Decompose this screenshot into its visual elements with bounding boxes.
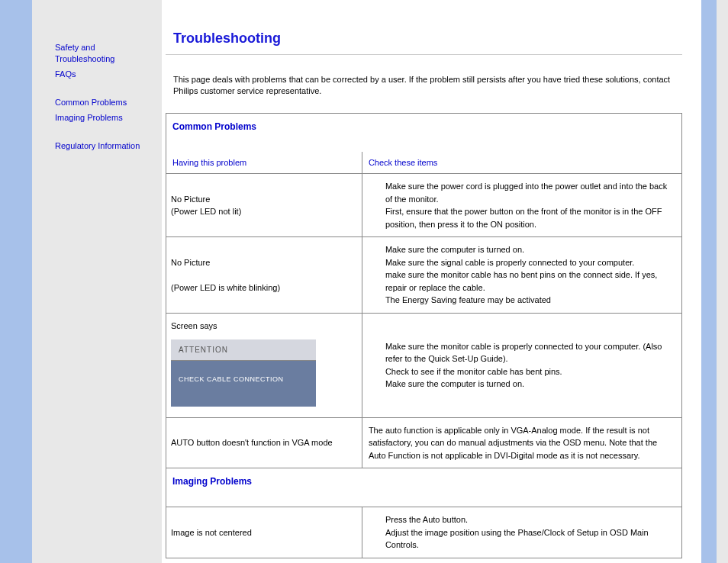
check-text: First, ensure that the power button on t… bbox=[385, 207, 662, 229]
table-row: Image is not centered Press the Auto but… bbox=[166, 507, 682, 558]
check-text: Adjust the image position using the Phas… bbox=[385, 528, 649, 550]
check-cell: The auto function is applicable only in … bbox=[362, 417, 681, 468]
right-accent-bar bbox=[701, 0, 717, 563]
problem-cell: No Picture (Power LED is white blinking) bbox=[166, 237, 362, 314]
table-row: AUTO button doesn't function in VGA mode… bbox=[166, 417, 682, 468]
check-text: Make sure the computer is turned on. bbox=[385, 245, 524, 254]
intro-text: This page deals with problems that can b… bbox=[173, 74, 682, 98]
check-text: Make sure the computer is turned on. bbox=[385, 379, 524, 388]
check-cell: Make sure the monitor cable is properly … bbox=[362, 313, 681, 417]
check-text: Make sure the power cord is plugged into… bbox=[385, 182, 667, 204]
check-cell: Press the Auto button. Adjust the image … bbox=[362, 507, 681, 558]
table-row: Screen says ATTENTION CHECK CABLE CONNEC… bbox=[166, 313, 682, 417]
section-header-imaging: Imaging Problems bbox=[166, 468, 682, 507]
problem-text: Screen says bbox=[171, 321, 217, 330]
check-cell: Make sure the computer is turned on. Mak… bbox=[362, 237, 681, 314]
attention-body: CHECK CABLE CONNECTION bbox=[171, 361, 316, 407]
problem-text: (Power LED not lit) bbox=[171, 207, 241, 216]
troubleshooting-table: Common Problems Having this problem Chec… bbox=[166, 113, 682, 558]
problem-text: No Picture bbox=[171, 258, 210, 267]
section-header-common: Common Problems bbox=[166, 113, 682, 152]
problem-cell: AUTO button doesn't function in VGA mode bbox=[166, 417, 362, 468]
problem-text: (Power LED is white blinking) bbox=[171, 283, 280, 292]
page-title: Troubleshooting bbox=[173, 31, 682, 47]
problem-text: Image is not centered bbox=[171, 528, 252, 537]
sidebar-nav: Safety and Troubleshooting FAQs Common P… bbox=[32, 0, 162, 563]
main-content: Troubleshooting This page deals with pro… bbox=[162, 0, 701, 563]
sidebar-link-imaging-problems[interactable]: Imaging Problems bbox=[55, 112, 150, 124]
problem-text: AUTO button doesn't function in VGA mode bbox=[171, 438, 333, 447]
left-accent-bar bbox=[0, 0, 32, 563]
attention-header: ATTENTION bbox=[171, 339, 316, 361]
problem-cell: Image is not centered bbox=[166, 507, 362, 558]
check-text: make sure the monitor cable has no bent … bbox=[385, 270, 658, 292]
problem-text: No Picture bbox=[171, 195, 210, 204]
problem-cell: No Picture (Power LED not lit) bbox=[166, 174, 362, 237]
check-text: The auto function is applicable only in … bbox=[369, 426, 657, 460]
check-text: Make sure the monitor cable is properly … bbox=[385, 342, 662, 364]
sidebar-link-common-problems[interactable]: Common Problems bbox=[55, 97, 150, 108]
problem-cell: Screen says ATTENTION CHECK CABLE CONNEC… bbox=[166, 313, 362, 417]
check-cell: Make sure the power cord is plugged into… bbox=[362, 174, 681, 237]
sidebar-link-safety[interactable]: Safety and Troubleshooting bbox=[55, 42, 150, 66]
check-text: The Energy Saving feature may be activat… bbox=[385, 295, 551, 304]
column-header-check: Check these items bbox=[362, 152, 681, 174]
check-text: Check to see if the monitor cable has be… bbox=[385, 367, 562, 376]
column-header-problem: Having this problem bbox=[166, 152, 362, 174]
check-text: Make sure the signal cable is properly c… bbox=[385, 258, 635, 267]
attention-box: ATTENTION CHECK CABLE CONNECTION bbox=[171, 339, 316, 407]
table-row: No Picture (Power LED not lit) Make sure… bbox=[166, 174, 682, 237]
check-text: Press the Auto button. bbox=[385, 515, 468, 524]
right-padding bbox=[717, 0, 728, 563]
sidebar-link-regulatory-info[interactable]: Regulatory Information bbox=[55, 140, 150, 152]
title-divider bbox=[166, 54, 682, 55]
sidebar-link-faqs[interactable]: FAQs bbox=[55, 69, 150, 80]
table-row: No Picture (Power LED is white blinking)… bbox=[166, 237, 682, 314]
